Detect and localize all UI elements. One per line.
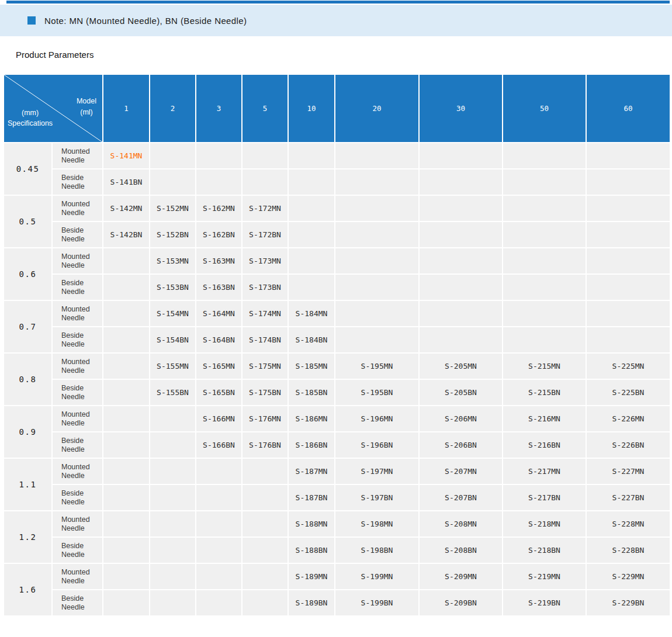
column-header-30ml: 30 — [420, 75, 502, 142]
model-cell-S-154MN[interactable]: S-154MN — [150, 301, 195, 326]
model-cell-S-153MN[interactable]: S-153MN — [150, 248, 195, 274]
model-cell-S-205MN[interactable]: S-205MN — [420, 354, 502, 379]
model-cell-S-207BN[interactable]: S-207BN — [420, 485, 502, 510]
model-cell-S-225BN[interactable]: S-225BN — [587, 380, 670, 405]
model-cell-S-225MN[interactable]: S-225MN — [587, 354, 670, 379]
model-cell-S-176MN[interactable]: S-176MN — [243, 406, 287, 431]
model-cell-S-174BN[interactable]: S-174BN — [243, 327, 287, 352]
empty-cell — [335, 169, 418, 195]
model-cell-S-199MN[interactable]: S-199MN — [335, 564, 418, 589]
model-cell-S-196MN[interactable]: S-196MN — [335, 406, 418, 431]
model-cell-S-153BN[interactable]: S-153BN — [150, 275, 195, 300]
model-cell-S-215BN[interactable]: S-215BN — [503, 380, 586, 405]
spec-cell-0.9: 0.9 — [4, 406, 51, 458]
model-cell-S-172MN[interactable]: S-172MN — [243, 196, 287, 221]
model-cell-S-176BN[interactable]: S-176BN — [243, 432, 287, 458]
model-cell-S-187MN[interactable]: S-187MN — [289, 459, 334, 484]
model-cell-S-163MN[interactable]: S-163MN — [196, 248, 241, 274]
model-cell-S-185BN[interactable]: S-185BN — [289, 380, 334, 405]
model-cell-S-164MN[interactable]: S-164MN — [196, 301, 241, 326]
model-cell-S-216MN[interactable]: S-216MN — [503, 406, 586, 431]
model-cell-S-166MN[interactable]: S-166MN — [196, 406, 241, 431]
model-cell-S-209MN[interactable]: S-209MN — [420, 564, 502, 589]
model-cell-S-175BN[interactable]: S-175BN — [243, 380, 287, 405]
model-cell-S-206BN[interactable]: S-206BN — [420, 432, 502, 458]
model-cell-S-195BN[interactable]: S-195BN — [335, 380, 418, 405]
model-cell-S-174MN[interactable]: S-174MN — [243, 301, 287, 326]
model-cell-S-186BN[interactable]: S-186BN — [289, 432, 334, 458]
model-cell-S-218BN[interactable]: S-218BN — [503, 538, 586, 563]
empty-cell — [150, 143, 195, 168]
model-cell-S-227BN[interactable]: S-227BN — [587, 485, 670, 510]
model-cell-S-142MN[interactable]: S-142MN — [103, 196, 149, 221]
empty-cell — [196, 511, 241, 536]
model-cell-S-226BN[interactable]: S-226BN — [587, 432, 670, 458]
model-cell-S-206MN[interactable]: S-206MN — [420, 406, 502, 431]
spec-cell-0.8: 0.8 — [4, 354, 51, 405]
model-cell-S-189BN[interactable]: S-189BN — [289, 590, 334, 615]
model-cell-S-172BN[interactable]: S-172BN — [243, 222, 287, 247]
model-cell-S-198BN[interactable]: S-198BN — [335, 538, 418, 563]
column-header-10ml: 10 — [289, 75, 334, 142]
model-cell-S-195MN[interactable]: S-195MN — [335, 354, 418, 379]
model-cell-S-208MN[interactable]: S-208MN — [420, 511, 502, 536]
model-cell-S-209BN[interactable]: S-209BN — [420, 590, 502, 615]
model-cell-S-208BN[interactable]: S-208BN — [420, 538, 502, 563]
model-cell-S-173MN[interactable]: S-173MN — [243, 248, 287, 274]
model-cell-S-196BN[interactable]: S-196BN — [335, 432, 418, 458]
model-cell-S-141MN[interactable]: S-141MN — [103, 143, 149, 168]
model-cell-S-166BN[interactable]: S-166BN — [196, 432, 241, 458]
model-cell-S-165MN[interactable]: S-165MN — [196, 354, 241, 379]
model-cell-S-162MN[interactable]: S-162MN — [196, 196, 241, 221]
model-cell-S-184BN[interactable]: S-184BN — [289, 327, 334, 352]
model-cell-S-165BN[interactable]: S-165BN — [196, 380, 241, 405]
model-cell-S-173BN[interactable]: S-173BN — [243, 275, 287, 300]
empty-cell — [503, 301, 586, 326]
model-cell-S-187BN[interactable]: S-187BN — [289, 485, 334, 510]
model-cell-S-188MN[interactable]: S-188MN — [289, 511, 334, 536]
model-cell-S-217BN[interactable]: S-217BN — [503, 485, 586, 510]
model-cell-S-215MN[interactable]: S-215MN — [503, 354, 586, 379]
model-cell-S-198MN[interactable]: S-198MN — [335, 511, 418, 536]
model-cell-S-185MN[interactable]: S-185MN — [289, 354, 334, 379]
model-cell-S-142BN[interactable]: S-142BN — [103, 222, 149, 247]
model-cell-S-186MN[interactable]: S-186MN — [289, 406, 334, 431]
model-cell-S-207MN[interactable]: S-207MN — [420, 459, 502, 484]
model-cell-S-229MN[interactable]: S-229MN — [587, 564, 670, 589]
model-cell-S-197BN[interactable]: S-197BN — [335, 485, 418, 510]
empty-cell — [503, 196, 586, 221]
model-cell-S-219BN[interactable]: S-219BN — [503, 590, 586, 615]
column-header-3ml: 3 — [196, 75, 241, 142]
empty-cell — [289, 196, 334, 221]
model-cell-S-152MN[interactable]: S-152MN — [150, 196, 195, 221]
model-cell-S-184MN[interactable]: S-184MN — [289, 301, 334, 326]
model-cell-S-164BN[interactable]: S-164BN — [196, 327, 241, 352]
empty-cell — [243, 485, 287, 510]
empty-cell — [335, 301, 418, 326]
model-cell-S-152BN[interactable]: S-152BN — [150, 222, 195, 247]
model-cell-S-217MN[interactable]: S-217MN — [503, 459, 586, 484]
model-cell-S-197MN[interactable]: S-197MN — [335, 459, 418, 484]
model-cell-S-218MN[interactable]: S-218MN — [503, 511, 586, 536]
model-cell-S-162BN[interactable]: S-162BN — [196, 222, 241, 247]
model-cell-S-227MN[interactable]: S-227MN — [587, 459, 670, 484]
model-cell-S-228MN[interactable]: S-228MN — [587, 511, 670, 536]
model-cell-S-216BN[interactable]: S-216BN — [503, 432, 586, 458]
model-cell-S-141BN[interactable]: S-141BN — [103, 169, 149, 195]
model-cell-S-199BN[interactable]: S-199BN — [335, 590, 418, 615]
model-cell-S-175MN[interactable]: S-175MN — [243, 354, 287, 379]
model-cell-S-219MN[interactable]: S-219MN — [503, 564, 586, 589]
model-cell-S-189MN[interactable]: S-189MN — [289, 564, 334, 589]
note-bullet-icon — [27, 16, 36, 25]
empty-cell — [243, 169, 287, 195]
model-cell-S-205BN[interactable]: S-205BN — [420, 380, 502, 405]
model-cell-S-226MN[interactable]: S-226MN — [587, 406, 670, 431]
model-cell-S-163BN[interactable]: S-163BN — [196, 275, 241, 300]
model-cell-S-188BN[interactable]: S-188BN — [289, 538, 334, 563]
note-banner: Note: MN (Mounted Needle), BN (Beside Ne… — [0, 5, 672, 36]
model-cell-S-155MN[interactable]: S-155MN — [150, 354, 195, 379]
model-cell-S-228BN[interactable]: S-228BN — [587, 538, 670, 563]
model-cell-S-229BN[interactable]: S-229BN — [587, 590, 670, 615]
model-cell-S-155BN[interactable]: S-155BN — [150, 380, 195, 405]
model-cell-S-154BN[interactable]: S-154BN — [150, 327, 195, 352]
